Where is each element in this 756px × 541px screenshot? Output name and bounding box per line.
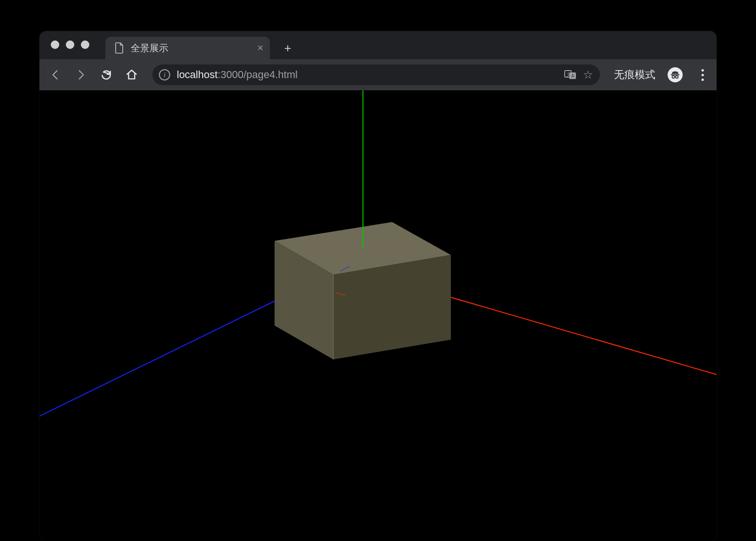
stage: 全景展示 × + i localhost:3000/page4.ht	[0, 0, 756, 541]
nav-home-button[interactable]	[123, 66, 140, 83]
site-info-icon[interactable]: i	[159, 69, 170, 80]
scene-canvas	[39, 90, 717, 541]
browser-menu-button[interactable]	[696, 69, 709, 81]
tab-strip: 全景展示 × +	[39, 31, 717, 59]
nav-back-button[interactable]	[47, 66, 64, 83]
window-close-button[interactable]	[51, 40, 59, 49]
webgl-viewport[interactable]	[39, 90, 717, 541]
tab-close-button[interactable]: ×	[257, 43, 263, 53]
browser-toolbar: i localhost:3000/page4.html 文 A ☆ 无痕模式	[39, 59, 717, 90]
browser-tab[interactable]: 全景展示 ×	[105, 37, 270, 59]
svg-point-5	[676, 76, 678, 79]
incognito-mode-label: 无痕模式	[614, 68, 655, 82]
browser-window: 全景展示 × + i localhost:3000/page4.ht	[39, 31, 717, 541]
address-bar[interactable]: i localhost:3000/page4.html 文 A ☆	[152, 64, 600, 85]
bookmark-star-icon[interactable]: ☆	[583, 68, 593, 81]
window-traffic-lights	[51, 40, 89, 49]
svg-text:文: 文	[567, 72, 571, 77]
incognito-icon[interactable]	[668, 67, 683, 82]
new-tab-button[interactable]: +	[279, 40, 296, 56]
window-minimize-button[interactable]	[66, 40, 74, 49]
axis-z-positive	[39, 301, 275, 430]
translate-icon[interactable]: 文 A	[564, 69, 576, 80]
nav-reload-button[interactable]	[98, 66, 115, 83]
window-maximize-button[interactable]	[81, 40, 89, 49]
axis-x-positive	[451, 297, 717, 377]
nav-forward-button[interactable]	[72, 66, 89, 83]
svg-point-4	[672, 76, 675, 79]
svg-text:A: A	[571, 73, 575, 79]
url-rest: :3000/page4.html	[218, 69, 298, 80]
tab-title: 全景展示	[131, 42, 251, 55]
url-host: localhost	[177, 69, 218, 80]
url-text: localhost:3000/page4.html	[177, 69, 558, 81]
file-icon	[115, 42, 124, 54]
